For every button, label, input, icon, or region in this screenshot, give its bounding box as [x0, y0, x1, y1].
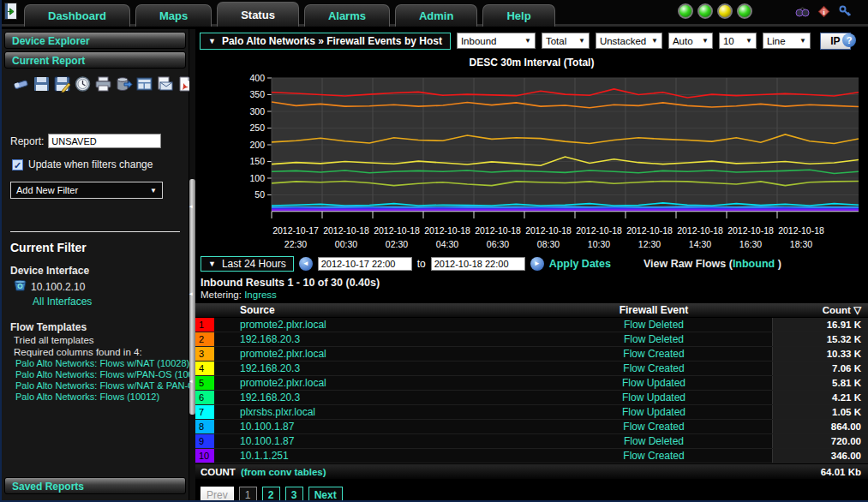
cell-source[interactable]: 192.168.20.3: [214, 362, 536, 375]
report-designer-icon[interactable]: [135, 75, 153, 93]
cell-firewall-event[interactable]: Flow Updated: [536, 376, 772, 390]
col-header-count[interactable]: Count ▽: [772, 303, 868, 317]
svg-text:100: 100: [249, 173, 265, 183]
cell-source[interactable]: promote2.plxr.local: [214, 376, 536, 390]
tab-maps[interactable]: Maps: [135, 4, 212, 27]
svg-text:2012-10-18: 2012-10-18: [323, 225, 369, 236]
export-icon[interactable]: [115, 75, 133, 93]
table-row: 810.100.1.87Flow Created864.00: [195, 420, 868, 434]
alert-diamond-icon[interactable]: i: [817, 4, 831, 19]
cell-firewall-event[interactable]: Flow Updated: [536, 391, 772, 404]
save-icon[interactable]: [33, 75, 51, 93]
template-link[interactable]: Palo Alto Networks: Flows w/NAT & PAN-OS: [15, 380, 189, 391]
raw-flows-inbound-link[interactable]: Inbound: [733, 258, 775, 270]
page-button-2[interactable]: 2: [262, 487, 280, 502]
svg-text:22:30: 22:30: [284, 239, 307, 249]
cell-source[interactable]: 192.168.20.3: [214, 332, 536, 346]
page-button-1[interactable]: 1: [239, 487, 257, 502]
shift-later-button[interactable]: ►: [530, 257, 544, 271]
cell-source[interactable]: plxrsbs.plxr.local: [214, 405, 536, 419]
tab-alarms[interactable]: Alarms: [304, 4, 390, 27]
sidebar-section-current-report[interactable]: Current Report: [4, 51, 186, 69]
cell-firewall-event[interactable]: Flow Updated: [536, 405, 772, 419]
table-row: 3promote2.plxr.localFlow Created10.33 K: [195, 347, 868, 362]
apply-dates-link[interactable]: Apply Dates: [549, 258, 611, 270]
status-light-green[interactable]: [678, 3, 693, 19]
cell-source[interactable]: promote2.plxr.local: [214, 347, 536, 361]
template-link[interactable]: Palo Alto Networks: Flows (10012): [15, 391, 189, 402]
prev-page-button[interactable]: Prev: [201, 487, 234, 502]
select-auto[interactable]: Auto▼: [668, 33, 713, 49]
svg-text:04:30: 04:30: [436, 239, 458, 249]
cell-source[interactable]: 10.100.1.87: [214, 420, 536, 433]
cell-firewall-event[interactable]: Flow Created: [536, 420, 772, 433]
next-page-button[interactable]: Next: [308, 487, 343, 502]
report-selector-button[interactable]: ▼ Palo Alto Networks » Firewall Events b…: [200, 33, 451, 50]
select-inbound[interactable]: Inbound▼: [457, 33, 536, 49]
time-range-button[interactable]: ▼ Last 24 Hours: [201, 256, 294, 272]
collapse-panel-icon[interactable]: [4, 3, 17, 20]
binoculars-icon[interactable]: [795, 4, 810, 19]
tab-admin[interactable]: Admin: [395, 4, 477, 27]
tab-status[interactable]: Status: [217, 2, 299, 27]
svg-text:12:30: 12:30: [638, 239, 661, 249]
add-new-filter-select[interactable]: Add New Filter ▼: [10, 182, 163, 199]
printer-icon[interactable]: [94, 75, 112, 93]
ingress-link[interactable]: Ingress: [244, 290, 277, 300]
update-filters-label: Update when filters change: [28, 158, 153, 170]
cell-source[interactable]: promote2.plxr.local: [214, 318, 536, 332]
template-link[interactable]: Palo Alto Networks: Flows w/PAN-OS (1001…: [15, 369, 189, 379]
status-light-green[interactable]: [737, 3, 752, 19]
cell-source[interactable]: 192.168.20.3: [214, 391, 536, 404]
rank-badge: 5: [195, 376, 214, 390]
save-as-icon[interactable]: [53, 75, 71, 93]
template-link[interactable]: Palo Alto Networks: Flows w/NAT (10028): [15, 358, 189, 368]
select-line[interactable]: Line▼: [763, 33, 811, 49]
cell-source[interactable]: 10.100.1.87: [214, 434, 536, 448]
sidebar-section-saved-reports[interactable]: Saved Reports: [4, 477, 186, 494]
device-ip[interactable]: 10.100.2.10: [31, 281, 85, 293]
cell-firewall-event[interactable]: Flow Created: [536, 362, 772, 375]
sort-desc-icon: ▽: [853, 305, 861, 315]
svg-text:2012-10-18: 2012-10-18: [677, 225, 723, 236]
sidebar-section-device-explorer[interactable]: Device Explorer: [4, 32, 186, 49]
rank-badge: 10: [195, 449, 214, 463]
update-filters-checkbox[interactable]: ✓: [12, 159, 23, 170]
splitter-handle[interactable]: ◂ ◂ ◂: [189, 179, 195, 415]
eraser-icon[interactable]: [12, 75, 30, 93]
status-light-yellow[interactable]: [717, 3, 733, 19]
chevron-down-icon: ▼: [524, 37, 531, 45]
svg-text:300: 300: [249, 106, 265, 117]
report-name-input[interactable]: [48, 134, 161, 148]
all-interfaces-link[interactable]: All Interfaces: [33, 296, 189, 308]
svg-text:150: 150: [249, 156, 265, 166]
select-10[interactable]: 10▼: [719, 33, 757, 49]
schedule-icon[interactable]: [74, 75, 92, 93]
tab-help[interactable]: Help: [482, 4, 554, 27]
cell-firewall-event[interactable]: Flow Created: [536, 347, 772, 361]
cell-firewall-event[interactable]: Flow Created: [536, 449, 772, 463]
select-value: Unstacked: [600, 36, 646, 46]
select-total[interactable]: Total▼: [542, 33, 590, 49]
email-icon[interactable]: [156, 75, 174, 93]
date-from-input[interactable]: [318, 257, 412, 271]
select-unstacked[interactable]: Unstacked▼: [596, 33, 662, 49]
col-header-event[interactable]: Firewall Event: [536, 303, 772, 317]
tab-dashboard[interactable]: Dashboard: [24, 4, 130, 27]
date-to-input[interactable]: [431, 257, 525, 271]
tried-templates-text: Tried all templates: [14, 335, 189, 345]
help-icon[interactable]: ?: [842, 33, 856, 47]
page-button-3[interactable]: 3: [285, 487, 303, 502]
cell-firewall-event[interactable]: Flow Deleted: [536, 434, 772, 448]
cell-firewall-event[interactable]: Flow Deleted: [536, 332, 772, 346]
svg-text:02:30: 02:30: [386, 239, 408, 249]
status-light-green[interactable]: [697, 3, 713, 19]
main-tabs: DashboardMapsStatusAlarmsAdminHelp: [24, 0, 555, 27]
cell-firewall-event[interactable]: Flow Deleted: [536, 318, 772, 332]
results-summary: Inbound Results 1 - 10 of 30 (0.40s): [195, 273, 868, 289]
current-filter-title: Current Filter: [10, 241, 189, 254]
shift-earlier-button[interactable]: ◄: [299, 257, 313, 271]
key-icon[interactable]: [838, 4, 853, 19]
col-header-source[interactable]: Source: [214, 303, 536, 317]
cell-source[interactable]: 10.1.1.251: [214, 449, 536, 463]
